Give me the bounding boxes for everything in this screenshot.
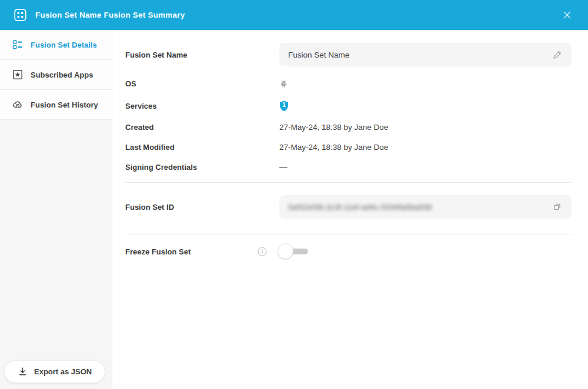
modal-header: Fusion Set Name Fusion Set Summary (0, 0, 588, 30)
last-modified-label: Last Modified (125, 143, 279, 152)
modal-title: Fusion Set Name Fusion Set Summary (35, 11, 185, 19)
sidebar-item-fusion-set-details[interactable]: Fusion Set Details (0, 30, 112, 60)
fusion-set-name-field[interactable]: Fusion Set Name (279, 43, 572, 66)
copy-icon[interactable] (552, 202, 563, 212)
fusion-set-id-value: 5af32ef38-3c3f-11ef-ad4c-f3349a0ba938 (288, 203, 552, 212)
signing-credentials-row: Signing Credentials — (125, 160, 572, 173)
freeze-fusion-set-label: Freeze Fusion Set (125, 247, 258, 256)
sidebar-item-label: Fusion Set Details (31, 41, 97, 49)
star-square-icon (12, 69, 23, 80)
services-row: Services 1 (125, 98, 572, 113)
toggle-knob (278, 243, 293, 259)
export-button-label: Export as JSON (34, 367, 92, 376)
sidebar-item-label: Subscribed Apps (31, 71, 93, 79)
os-label: OS (125, 79, 279, 88)
export-as-json-button[interactable]: Export as JSON (5, 361, 105, 383)
info-icon[interactable] (258, 247, 267, 256)
fusion-set-name-value: Fusion Set Name (288, 51, 552, 59)
sidebar: Fusion Set Details Subscribed Apps (0, 30, 112, 389)
fusion-set-summary-modal: Fusion Set Name Fusion Set Summary Fusio… (0, 0, 588, 389)
fusion-set-id-field: 5af32ef38-3c3f-11ef-ad4c-f3349a0ba938 (279, 195, 572, 219)
created-label: Created (125, 123, 279, 132)
fusion-set-id-row: Fusion Set ID 5af32ef38-3c3f-11ef-ad4c-f… (125, 195, 572, 219)
fusion-set-details-panel: Fusion Set Name Fusion Set Name OS (112, 30, 588, 389)
last-modified-value: 27-May-24, 18:38 by Jane Doe (279, 143, 388, 152)
last-modified-row: Last Modified 27-May-24, 18:38 by Jane D… (125, 140, 572, 153)
services-badge-count: 1 (279, 102, 289, 108)
android-icon (279, 79, 288, 88)
freeze-fusion-set-row: Freeze Fusion Set (125, 243, 572, 260)
fusion-set-grid-icon (14, 9, 26, 21)
sidebar-item-fusion-set-history[interactable]: Fusion Set History (0, 90, 112, 120)
freeze-toggle[interactable] (278, 243, 308, 260)
os-row: OS (125, 76, 572, 91)
created-value: 27-May-24, 18:38 by Jane Doe (279, 123, 388, 132)
pencil-icon[interactable] (552, 49, 563, 60)
download-icon (18, 367, 28, 377)
signing-credentials-value: — (279, 163, 288, 172)
section-divider (125, 182, 572, 183)
fusion-set-id-label: Fusion Set ID (125, 203, 279, 212)
details-list-icon (12, 39, 23, 50)
signing-credentials-label: Signing Credentials (125, 163, 279, 172)
created-row: Created 27-May-24, 18:38 by Jane Doe (125, 120, 572, 133)
sidebar-item-label: Fusion Set History (31, 100, 98, 109)
fusion-set-name-row: Fusion Set Name Fusion Set Name (125, 43, 572, 66)
sidebar-item-subscribed-apps[interactable]: Subscribed Apps (0, 60, 112, 90)
fusion-set-name-label: Fusion Set Name (125, 51, 279, 59)
shield-badge-icon: 1 (279, 100, 289, 112)
services-label: Services (125, 102, 279, 110)
close-icon[interactable] (560, 8, 574, 22)
section-divider (125, 234, 572, 234)
history-cloud-icon (12, 99, 23, 110)
